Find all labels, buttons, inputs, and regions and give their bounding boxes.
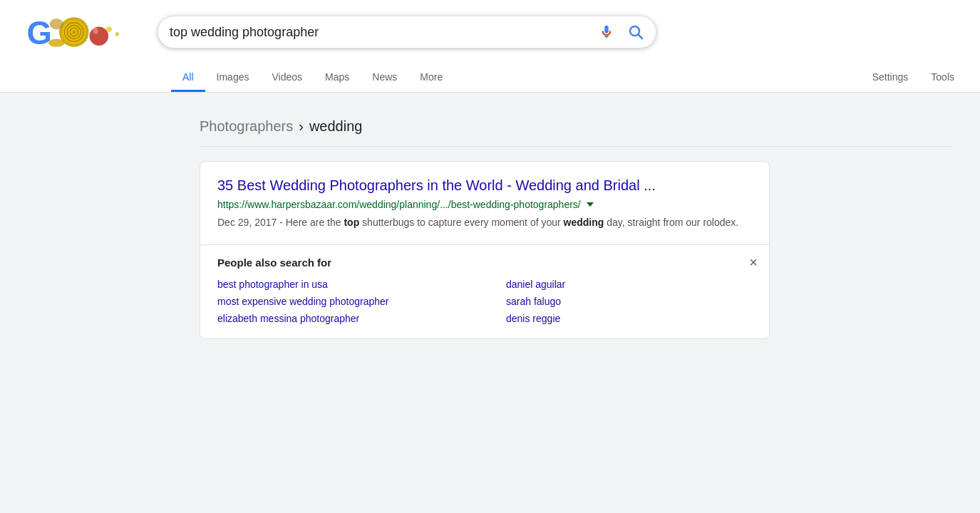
search-bar: top wedding photographer <box>158 16 656 48</box>
svg-point-7 <box>90 26 108 45</box>
result-desc-2: shutterbugs to capture every moment of y… <box>362 217 563 228</box>
svg-point-10 <box>50 19 63 29</box>
google-logo[interactable]: G <box>14 7 146 57</box>
people-also-search: People also search for × best photograph… <box>200 244 769 338</box>
main-content: Photographers › wedding 35 Best Wedding … <box>0 93 980 353</box>
tab-settings[interactable]: Settings <box>861 64 920 92</box>
svg-point-9 <box>48 38 65 46</box>
tab-tools[interactable]: Tools <box>919 64 966 92</box>
tab-maps[interactable]: Maps <box>314 64 361 92</box>
microphone-button[interactable] <box>599 24 620 40</box>
search-bar-wrapper: top wedding photographer <box>158 16 656 48</box>
also-link-4[interactable]: elizabeth messina photographer <box>217 313 463 324</box>
header: G top <box>0 0 980 93</box>
result-description: Dec 29, 2017 - Here are the top shutterb… <box>217 214 752 230</box>
result-card: 35 Best Wedding Photographers in the Wor… <box>200 161 770 339</box>
tab-all[interactable]: All <box>171 64 205 92</box>
result-desc-1: - Here are the <box>279 217 344 228</box>
breadcrumb: Photographers › wedding <box>200 107 980 146</box>
also-link-2[interactable]: most expensive wedding photographer <box>217 296 463 307</box>
breadcrumb-arrow: › <box>299 118 304 135</box>
breadcrumb-subcategory: wedding <box>309 118 363 135</box>
result-desc-3: day, straight from our rolodex. <box>607 217 738 228</box>
header-top: G top <box>14 7 966 64</box>
svg-rect-13 <box>606 26 607 31</box>
svg-point-6 <box>73 31 76 33</box>
result-title-link[interactable]: 35 Best Wedding Photographers in the Wor… <box>217 176 752 195</box>
tab-more[interactable]: More <box>408 64 454 92</box>
svg-text:G: G <box>27 15 52 51</box>
also-search-grid: best photographer in usa daniel aguilar … <box>217 279 752 324</box>
people-also-title: People also search for <box>217 256 752 269</box>
result-date: Dec 29, 2017 <box>217 217 277 228</box>
url-dropdown-arrow[interactable] <box>587 202 594 207</box>
divider <box>200 146 951 147</box>
also-link-0[interactable]: best photographer in usa <box>217 279 463 290</box>
search-input[interactable]: top wedding photographer <box>170 25 592 40</box>
breadcrumb-category[interactable]: Photographers <box>200 118 293 135</box>
result-desc-bold-2: wedding <box>564 217 604 228</box>
tab-videos[interactable]: Videos <box>260 64 314 92</box>
search-button[interactable] <box>627 24 644 41</box>
close-button[interactable]: × <box>749 255 758 269</box>
also-link-3[interactable]: sarah falugo <box>506 296 752 307</box>
svg-point-11 <box>106 26 112 32</box>
tab-news[interactable]: News <box>361 64 408 92</box>
nav-tabs: All Images Videos Maps News More Setting… <box>171 64 966 92</box>
microphone-icon <box>599 24 614 40</box>
svg-point-12 <box>115 32 119 36</box>
result-url-row: https://www.harpersbazaar.com/wedding/pl… <box>217 199 752 210</box>
also-link-5[interactable]: denis reggie <box>506 313 752 324</box>
result-url: https://www.harpersbazaar.com/wedding/pl… <box>217 199 581 210</box>
svg-line-17 <box>639 35 643 39</box>
tab-images[interactable]: Images <box>205 64 261 92</box>
result-desc-bold-1: top <box>344 217 359 228</box>
search-icon <box>627 24 644 41</box>
result-main-content: 35 Best Wedding Photographers in the Wor… <box>200 162 769 244</box>
also-link-1[interactable]: daniel aguilar <box>506 279 752 290</box>
nav-right: Settings Tools <box>861 64 966 92</box>
